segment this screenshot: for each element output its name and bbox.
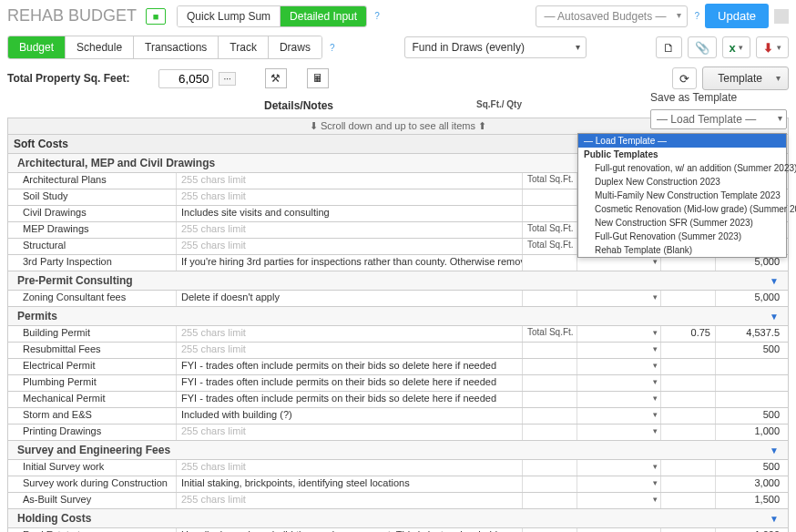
table-row: Building Permit 255 chars limit Total Sq… <box>7 326 789 343</box>
window-icon[interactable] <box>774 9 789 24</box>
table-row: As-Built Survey 255 chars limit 1,500 <box>7 493 789 509</box>
template-dropdown-open: — Load Template — Public Templates Full-… <box>577 133 787 258</box>
tab-quick-lump-sum[interactable]: Quick Lump Sum <box>178 6 281 26</box>
dropdown-item[interactable]: New Construction SFR (Summer 2023) <box>578 216 786 230</box>
col-details: Details/Notes <box>180 99 417 112</box>
dropdown-item[interactable]: Full-Gut Renovation (Summer 2023) <box>578 230 786 243</box>
total-sqft-input[interactable] <box>158 69 213 88</box>
table-row: Printing Drawings 255 chars limit 1,000 <box>7 425 789 441</box>
subsection-survey[interactable]: Survey and Engineering Fees ▼ <box>7 441 789 460</box>
table-row: Mechanical Permit FYI - trades often inc… <box>7 392 789 408</box>
calculator-icon[interactable]: 🖩 <box>307 68 329 88</box>
autosaved-budgets-select[interactable]: — Autosaved Budgets — <box>536 5 687 27</box>
row-unit: Total Sq.Ft. <box>523 173 577 189</box>
dropdown-header-public: Public Templates <box>578 148 786 161</box>
pdf-export-icon[interactable]: ⬇ ▾ <box>756 36 789 58</box>
row-name[interactable]: Architectural Plans <box>8 173 177 189</box>
new-page-icon[interactable]: 🗋 <box>656 36 682 58</box>
tab-transactions[interactable]: Transactions <box>134 36 219 58</box>
table-row: Initial Survey work 255 chars limit 500 <box>7 460 789 476</box>
dropdown-item[interactable]: Full-gut renovation, w/ an addition (Sum… <box>578 161 786 175</box>
table-row: Plumbing Permit FYI - trades often inclu… <box>7 375 789 392</box>
chevron-down-icon[interactable]: ▼ <box>770 312 779 322</box>
template-button[interactable]: Template <box>702 66 789 90</box>
chevron-down-icon[interactable]: ▼ <box>770 276 779 286</box>
save-template-label: Save as Template <box>650 91 787 104</box>
tab-schedule[interactable]: Schedule <box>66 36 134 58</box>
gavel-icon[interactable]: ⚒ <box>265 68 287 88</box>
help-icon[interactable]: ? <box>374 11 380 21</box>
video-icon[interactable]: ■ <box>146 8 166 25</box>
subsection-permits[interactable]: Permits ▼ <box>7 307 789 326</box>
table-row: Survey work during Construction Initial … <box>7 476 789 493</box>
dropdown-item[interactable]: Cosmetic Renovation (Mid-low grade) (Sum… <box>578 202 786 216</box>
tab-draws[interactable]: Draws <box>269 36 321 58</box>
total-sqft-label: Total Property Sq. Feet: <box>7 72 129 85</box>
subsection-holding[interactable]: Holding Costs ▼ <box>7 509 789 528</box>
dropdown-item[interactable]: Rehab Template (Blank) <box>578 243 786 257</box>
tab-track[interactable]: Track <box>219 36 269 58</box>
help-icon[interactable]: ? <box>695 11 700 21</box>
table-row: Storm and E&S Included with building (?)… <box>7 408 789 425</box>
dropdown-item[interactable]: Duplex New Construction 2023 <box>578 175 786 189</box>
help-icon[interactable]: ? <box>330 43 335 53</box>
dropdown-item[interactable]: Multi-Family New Construction Template 2… <box>578 189 786 202</box>
subsection-prepermit[interactable]: Pre-Permit Consulting ▼ <box>7 271 789 291</box>
input-mode-tabs: Quick Lump Sum Detailed Input <box>177 5 367 27</box>
load-template-select[interactable]: — Load Template — <box>650 109 787 129</box>
tab-budget[interactable]: Budget <box>8 36 66 58</box>
excel-export-icon[interactable]: x ▾ <box>722 36 751 58</box>
refresh-icon[interactable]: ⟳ <box>672 67 697 89</box>
sqft-edit-button[interactable]: ··· <box>219 72 235 86</box>
table-row: Real Estate taxes Heavily depends on bui… <box>7 528 789 532</box>
dropdown-item-selected[interactable]: — Load Template — <box>578 134 786 148</box>
table-row: Electrical Permit FYI - trades often inc… <box>7 359 789 375</box>
row-details[interactable]: 255 chars limit <box>177 173 523 189</box>
fund-select[interactable]: Fund in Draws (evenly) <box>404 36 587 58</box>
page-title: REHAB BUDGET <box>7 6 137 26</box>
save-template-panel: Save as Template — Load Template — <box>650 91 787 129</box>
main-nav-tabs: Budget Schedule Transactions Track Draws <box>7 36 322 59</box>
chevron-down-icon[interactable]: ▼ <box>770 514 779 524</box>
col-sqftqty: Sq.Ft./ Qty <box>417 99 581 112</box>
tab-detailed-input[interactable]: Detailed Input <box>281 6 366 26</box>
attachment-icon[interactable]: 📎 <box>688 36 717 58</box>
chevron-down-icon[interactable]: ▼ <box>770 445 779 455</box>
table-row: Resubmittal Fees 255 chars limit 500 <box>7 343 789 359</box>
update-button[interactable]: Update <box>705 4 769 28</box>
table-row: Zoning Consultant fees Delete if doesn't… <box>7 291 789 307</box>
